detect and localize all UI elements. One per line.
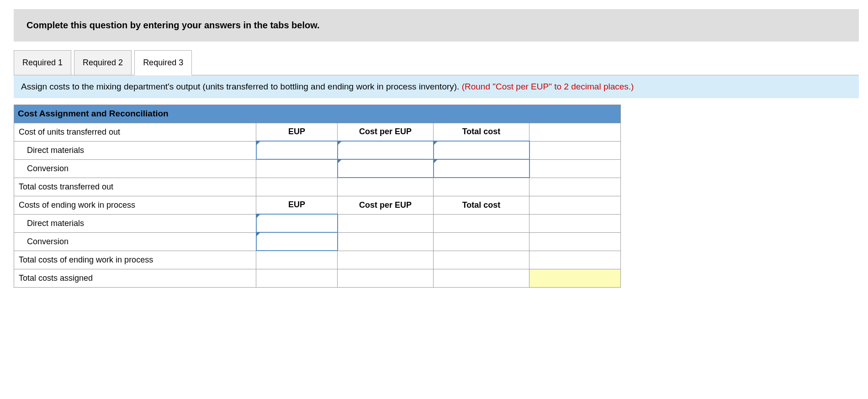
- col-header-eup-2: EUP: [256, 196, 338, 214]
- blank-cell: [338, 232, 434, 251]
- blank-cell: [434, 232, 529, 251]
- row-label-total-ending: Total costs of ending work in process: [14, 251, 256, 269]
- blank-cell: [434, 178, 529, 196]
- blank-cell: [529, 232, 621, 251]
- input-dm2-eup[interactable]: [256, 214, 338, 232]
- blank-cell: [256, 251, 338, 269]
- row-label-dm-2: Direct materials: [14, 214, 256, 232]
- instruction-banner: Complete this question by entering your …: [14, 9, 859, 42]
- cell-conv1-eup: [256, 159, 338, 178]
- blank-cell: [529, 159, 621, 178]
- tab-required-1[interactable]: Required 1: [14, 50, 71, 75]
- row-label-dm-1: Direct materials: [14, 141, 256, 159]
- blank-cell: [256, 178, 338, 196]
- cost-table: Cost Assignment and Reconciliation Cost …: [14, 105, 621, 288]
- blank-cell: [338, 269, 434, 287]
- tabs-container: Required 1 Required 2 Required 3: [14, 50, 859, 75]
- row-label-ending-wip: Costs of ending work in process: [14, 196, 256, 214]
- blank-cell: [434, 214, 529, 232]
- blank-cell: [256, 269, 338, 287]
- blank-cell: [529, 196, 621, 214]
- table-title: Cost Assignment and Reconciliation: [14, 105, 621, 123]
- total-assigned-result: [529, 269, 621, 287]
- input-conv1-cpe[interactable]: [338, 159, 434, 178]
- tab-required-2[interactable]: Required 2: [74, 50, 132, 75]
- col-header-total-2: Total cost: [434, 196, 529, 214]
- prompt-main: Assign costs to the mixing department's …: [21, 82, 462, 91]
- row-label-conv-2: Conversion: [14, 232, 256, 251]
- tab-required-3[interactable]: Required 3: [134, 50, 192, 75]
- row-label-conv-1: Conversion: [14, 159, 256, 178]
- col-header-cpe-1: Cost per EUP: [338, 123, 434, 141]
- blank-cell: [529, 251, 621, 269]
- input-dm1-cpe[interactable]: [338, 141, 434, 159]
- blank-cell: [434, 269, 529, 287]
- blank-cell: [529, 123, 621, 141]
- blank-cell: [338, 251, 434, 269]
- blank-cell: [338, 214, 434, 232]
- prompt-red: (Round "Cost per EUP" to 2 decimal place…: [462, 82, 634, 91]
- blank-cell: [434, 251, 529, 269]
- col-header-cpe-2: Cost per EUP: [338, 196, 434, 214]
- input-dm1-eup[interactable]: [256, 141, 338, 159]
- row-label-transferred-out: Cost of units transferred out: [14, 123, 256, 141]
- blank-cell: [529, 214, 621, 232]
- input-dm1-total[interactable]: [434, 141, 529, 159]
- input-conv2-eup[interactable]: [256, 232, 338, 251]
- blank-cell: [529, 141, 621, 159]
- input-conv1-total[interactable]: [434, 159, 529, 178]
- col-header-total-1: Total cost: [434, 123, 529, 141]
- blank-cell: [338, 178, 434, 196]
- prompt-text: Assign costs to the mixing department's …: [14, 75, 859, 98]
- row-label-total-transferred: Total costs transferred out: [14, 178, 256, 196]
- col-header-eup-1: EUP: [256, 123, 338, 141]
- blank-cell: [529, 178, 621, 196]
- row-label-total-assigned: Total costs assigned: [14, 269, 256, 287]
